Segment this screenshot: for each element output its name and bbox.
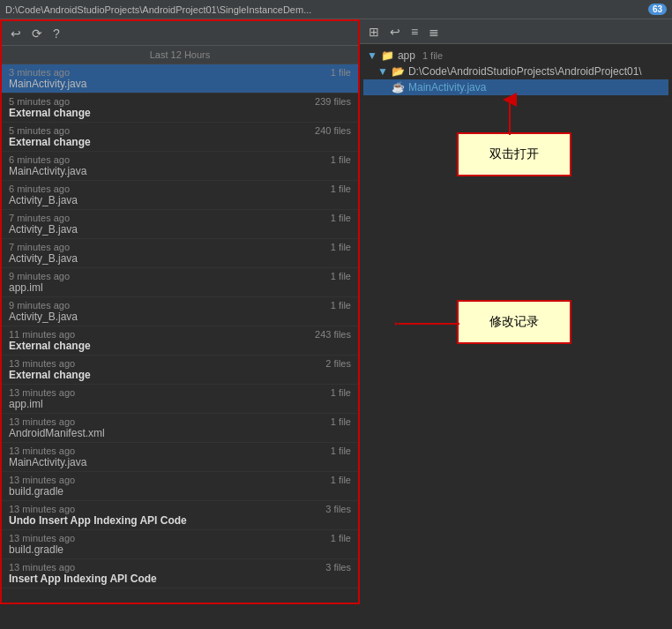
history-item[interactable]: 13 minutes ago1 fileAndroidManifest.xml: [2, 414, 358, 443]
history-item[interactable]: 7 minutes ago1 fileActivity_B.java: [2, 210, 358, 239]
modify-record-label: 修改记录: [489, 314, 539, 330]
history-item-time: 13 minutes ago2 files: [9, 358, 351, 369]
grid-button[interactable]: ⊞: [365, 23, 383, 41]
title-text: D:\Code\AndroidStudioProjects\AndroidPro…: [5, 4, 648, 15]
history-item-count: 240 files: [315, 125, 351, 136]
history-item-filename: app.iml: [9, 398, 351, 410]
title-bar: D:\Code\AndroidStudioProjects\AndroidPro…: [0, 0, 672, 19]
history-item-count: 243 files: [315, 329, 351, 340]
history-item-time: 7 minutes ago1 file: [9, 242, 351, 252]
history-item-count: 239 files: [315, 96, 351, 107]
folder-open-icon: 📂: [392, 65, 405, 78]
history-item-time: 9 minutes ago1 file: [9, 271, 351, 281]
section-header: Last 12 Hours: [2, 46, 358, 64]
history-item-count: 2 files: [325, 358, 351, 369]
history-item[interactable]: 6 minutes ago1 fileMainActivity.java: [2, 152, 358, 181]
history-item-time: 6 minutes ago1 file: [9, 183, 351, 194]
history-item-filename: Activity_B.java: [9, 223, 351, 236]
history-item[interactable]: 9 minutes ago1 fileapp.iml: [2, 268, 358, 297]
history-item[interactable]: 5 minutes ago240 filesExternal change: [2, 123, 358, 152]
history-item-count: 1 file: [331, 183, 351, 194]
history-item-count: 1 file: [331, 300, 351, 311]
list-button[interactable]: ≡: [407, 23, 422, 41]
history-item-time: 13 minutes ago1 file: [9, 387, 351, 398]
history-item-count: 1 file: [331, 67, 351, 78]
file-tree: ▼ 📁 app 1 file▼ 📂 D:\Code\AndroidStudioP…: [360, 44, 672, 604]
history-item-time: 9 minutes ago1 file: [9, 300, 351, 311]
history-item-count: 1 file: [331, 533, 351, 543]
app-file-count: 1 file: [422, 50, 443, 61]
history-item[interactable]: 6 minutes ago1 fileActivity_B.java: [2, 181, 358, 210]
double-click-annotation: 双击打开: [457, 132, 571, 176]
history-item-count: 1 file: [331, 213, 351, 223]
notification-badge: 63: [648, 4, 667, 15]
back-button[interactable]: ↩: [386, 23, 404, 41]
history-item-time: 13 minutes ago1 file: [9, 533, 351, 543]
history-item-count: 3 files: [325, 562, 351, 573]
history-item-count: 1 file: [331, 475, 351, 485]
history-item-filename: MainActivity.java: [9, 78, 351, 90]
history-item-count: 1 file: [331, 446, 351, 456]
history-item-filename: Activity_B.java: [9, 311, 351, 323]
history-item[interactable]: 13 minutes ago2 filesExternal change: [2, 356, 358, 385]
history-item-filename: build.gradle: [9, 543, 351, 556]
detail-button[interactable]: ≣: [425, 23, 443, 41]
file-label: MainActivity.java: [408, 81, 486, 94]
history-item-filename: External change: [9, 107, 351, 119]
history-item-filename: Activity_B.java: [9, 252, 351, 265]
history-list[interactable]: 3 minutes ago1 fileMainActivity.java5 mi…: [2, 64, 358, 603]
history-item-time: 5 minutes ago240 files: [9, 125, 351, 136]
history-item-time: 11 minutes ago243 files: [9, 329, 351, 340]
tree-item-path[interactable]: ▼ 📂 D:\Code\AndroidStudioProjects\Androi…: [363, 64, 668, 79]
history-item[interactable]: 3 minutes ago1 fileMainActivity.java: [2, 64, 358, 94]
history-item[interactable]: 13 minutes ago1 filebuild.gradle: [2, 472, 358, 501]
undo-button[interactable]: ↩: [7, 25, 25, 42]
right-toolbar: ⊞ ↩ ≡ ≣: [360, 19, 672, 44]
history-item-filename: MainActivity.java: [9, 456, 351, 468]
history-item[interactable]: 13 minutes ago1 fileMainActivity.java: [2, 443, 358, 472]
app-label: app: [398, 49, 415, 62]
history-item-time: 5 minutes ago239 files: [9, 96, 351, 107]
history-item-filename: External change: [9, 340, 351, 352]
history-item-filename: app.iml: [9, 281, 351, 294]
history-item-count: 1 file: [331, 416, 351, 427]
history-item[interactable]: 7 minutes ago1 fileActivity_B.java: [2, 239, 358, 268]
history-item[interactable]: 5 minutes ago239 filesExternal change: [2, 94, 358, 123]
expand-icon: ▼: [377, 65, 388, 78]
help-button[interactable]: ?: [49, 25, 63, 42]
history-item[interactable]: 13 minutes ago1 filebuild.gradle: [2, 530, 358, 559]
main-layout: ↩ ⟳ ? Last 12 Hours 3 minutes ago1 fileM…: [0, 19, 672, 604]
double-click-label: 双击打开: [489, 146, 539, 162]
path-label: D:\Code\AndroidStudioProjects\AndroidPro…: [408, 65, 642, 78]
history-item-count: 1 file: [331, 154, 351, 165]
history-item[interactable]: 13 minutes ago3 filesUndo Insert App Ind…: [2, 501, 358, 530]
history-item-filename: Activity_B.java: [9, 194, 351, 206]
double-click-arrow: [497, 93, 523, 137]
modify-record-arrow: [395, 313, 461, 335]
history-item[interactable]: 13 minutes ago1 fileapp.iml: [2, 385, 358, 414]
history-item-filename: External change: [9, 136, 351, 148]
history-item-count: 3 files: [325, 504, 351, 514]
history-item-filename: AndroidManifest.xml: [9, 427, 351, 439]
history-item-time: 7 minutes ago1 file: [9, 213, 351, 223]
history-item[interactable]: 13 minutes ago3 filesInsert App Indexing…: [2, 559, 358, 588]
tree-item-app[interactable]: ▼ 📁 app 1 file: [363, 48, 668, 64]
history-item-time: 13 minutes ago1 file: [9, 475, 351, 485]
tree-item-file[interactable]: ☕ MainActivity.java: [363, 79, 668, 95]
history-item-filename: External change: [9, 369, 351, 381]
history-item[interactable]: 11 minutes ago243 filesExternal change: [2, 326, 358, 356]
refresh-button[interactable]: ⟳: [28, 25, 46, 42]
history-item[interactable]: 9 minutes ago1 fileActivity_B.java: [2, 297, 358, 326]
history-item-time: 13 minutes ago1 file: [9, 416, 351, 427]
left-toolbar: ↩ ⟳ ?: [2, 21, 358, 46]
modify-record-annotation: 修改记录: [457, 300, 571, 344]
history-item-count: 1 file: [331, 271, 351, 281]
left-panel: ↩ ⟳ ? Last 12 Hours 3 minutes ago1 fileM…: [0, 19, 360, 604]
right-panel: ⊞ ↩ ≡ ≣ ▼ 📁 app 1 file▼ 📂 D:\Code\Androi…: [360, 19, 672, 604]
history-item-time: 13 minutes ago3 files: [9, 562, 351, 573]
history-item-time: 13 minutes ago3 files: [9, 504, 351, 514]
history-item-filename: Insert App Indexing API Code: [9, 573, 351, 585]
history-item-time: 6 minutes ago1 file: [9, 154, 351, 165]
folder-icon: ▼: [367, 49, 377, 62]
history-item-filename: build.gradle: [9, 485, 351, 498]
